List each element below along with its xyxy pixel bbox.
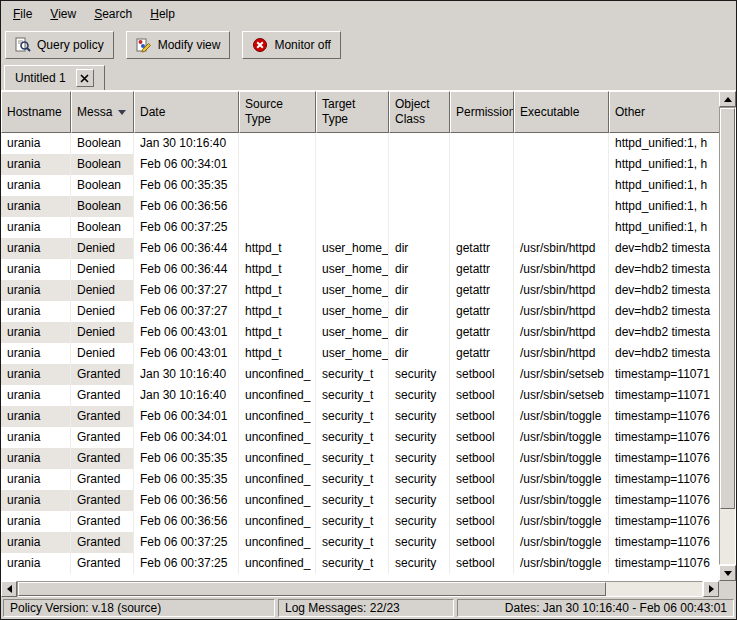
table-cell: Feb 06 00:37:25 — [134, 532, 239, 553]
column-header-label: Executable — [520, 105, 579, 120]
table-row[interactable]: uraniaGrantedFeb 06 00:36:56unconfined_s… — [1, 511, 719, 532]
table-cell: dir — [389, 322, 450, 343]
column-header-source-type[interactable]: Source Type — [239, 91, 316, 133]
table-cell: httpd_t — [239, 259, 316, 280]
table-cell: security — [389, 511, 450, 532]
menu-view[interactable]: View — [41, 3, 85, 25]
table-cell: Denied — [71, 343, 134, 364]
horizontal-scrollbar[interactable] — [1, 581, 719, 597]
table-cell: Granted — [71, 469, 134, 490]
table-cell — [389, 196, 450, 217]
table-header: HostnameMessaDateSource TypeTarget TypeO… — [1, 91, 719, 133]
table-cell: /usr/sbin/httpd — [514, 238, 609, 259]
table-row[interactable]: uraniaBooleanFeb 06 00:35:35httpd_unifie… — [1, 175, 719, 196]
table-cell: urania — [1, 553, 71, 574]
sort-descending-icon — [118, 110, 126, 115]
column-header-date[interactable]: Date — [134, 91, 239, 133]
table-row[interactable]: uraniaBooleanFeb 06 00:36:56httpd_unifie… — [1, 196, 719, 217]
table-cell: /usr/sbin/toggle — [514, 511, 609, 532]
table-row[interactable]: uraniaBooleanFeb 06 00:34:01httpd_unifie… — [1, 154, 719, 175]
menu-file[interactable]: File — [4, 3, 41, 25]
column-header-executable[interactable]: Executable — [514, 91, 609, 133]
monitor-off-button[interactable]: Monitor off — [242, 31, 340, 59]
menu-bar: File View Search Help — [1, 1, 736, 26]
table-row[interactable]: uraniaGrantedFeb 06 00:34:01unconfined_s… — [1, 427, 719, 448]
table-row[interactable]: uraniaDeniedFeb 06 00:37:27httpd_tuser_h… — [1, 301, 719, 322]
table-row[interactable]: uraniaGrantedFeb 06 00:36:56unconfined_s… — [1, 490, 719, 511]
table-row[interactable]: uraniaGrantedFeb 06 00:35:35unconfined_s… — [1, 448, 719, 469]
query-policy-button[interactable]: Query policy — [5, 31, 114, 59]
table-cell: urania — [1, 406, 71, 427]
table-cell: security_t — [316, 553, 389, 574]
table-cell: security — [389, 364, 450, 385]
tab-close-button[interactable] — [76, 69, 94, 87]
table-row[interactable]: uraniaGrantedFeb 06 00:35:35unconfined_s… — [1, 469, 719, 490]
vertical-scrollbar-thumb[interactable] — [720, 108, 735, 509]
table-cell: Feb 06 00:43:01 — [134, 322, 239, 343]
column-header-permission[interactable]: Permission — [450, 91, 514, 133]
table-row[interactable]: uraniaDeniedFeb 06 00:43:01httpd_tuser_h… — [1, 343, 719, 364]
table-cell — [389, 175, 450, 196]
scroll-down-button[interactable] — [719, 565, 736, 581]
table-row[interactable]: uraniaDeniedFeb 06 00:37:27httpd_tuser_h… — [1, 280, 719, 301]
table-row[interactable]: uraniaGrantedFeb 06 00:37:25unconfined_s… — [1, 532, 719, 553]
table-cell: Feb 06 00:35:35 — [134, 175, 239, 196]
table-cell: getattr — [450, 301, 514, 322]
table-cell: urania — [1, 427, 71, 448]
log-messages-status: Log Messages: 22/23 — [278, 599, 454, 617]
table-cell: timestamp=11071 — [609, 385, 719, 406]
scroll-right-button[interactable] — [703, 581, 719, 597]
table-cell: Jan 30 10:16:40 — [134, 364, 239, 385]
table-cell: /usr/sbin/toggle — [514, 427, 609, 448]
monitor-off-icon — [252, 37, 268, 53]
tab-untitled-1[interactable]: Untitled 1 — [4, 65, 105, 90]
table-row[interactable]: uraniaGrantedFeb 06 00:37:25unconfined_s… — [1, 553, 719, 574]
column-header-messa[interactable]: Messa — [71, 91, 134, 133]
column-header-hostname[interactable]: Hostname — [1, 91, 71, 133]
table-row[interactable]: uraniaDeniedFeb 06 00:36:44httpd_tuser_h… — [1, 259, 719, 280]
horizontal-scrollbar-track[interactable] — [17, 581, 703, 597]
table-row[interactable]: uraniaDeniedFeb 06 00:36:44httpd_tuser_h… — [1, 238, 719, 259]
table-cell: dir — [389, 259, 450, 280]
table-cell: dir — [389, 343, 450, 364]
table-row[interactable]: uraniaBooleanJan 30 10:16:40httpd_unifie… — [1, 133, 719, 154]
scroll-up-button[interactable] — [719, 91, 736, 107]
table-row[interactable]: uraniaGrantedJan 30 10:16:40unconfined_s… — [1, 385, 719, 406]
scroll-left-button[interactable] — [1, 581, 17, 597]
vertical-scrollbar[interactable] — [719, 91, 736, 581]
table-cell — [450, 196, 514, 217]
vertical-scrollbar-track[interactable] — [719, 107, 736, 565]
column-header-object-class[interactable]: Object Class — [389, 91, 450, 133]
dates-status: Dates: Jan 30 10:16:40 - Feb 06 00:43:01 — [457, 599, 734, 617]
table-cell — [239, 175, 316, 196]
table-cell: urania — [1, 259, 71, 280]
table-cell: /usr/sbin/setseb — [514, 364, 609, 385]
table-cell: dev=hdb2 timesta — [609, 343, 719, 364]
table-cell: /usr/sbin/httpd — [514, 322, 609, 343]
table-cell: security_t — [316, 532, 389, 553]
horizontal-scrollbar-thumb[interactable] — [18, 582, 606, 596]
table-cell: user_home_ — [316, 343, 389, 364]
table-cell: unconfined_ — [239, 385, 316, 406]
menu-help[interactable]: Help — [141, 3, 184, 25]
table-cell — [389, 154, 450, 175]
table-row[interactable]: uraniaDeniedFeb 06 00:43:01httpd_tuser_h… — [1, 322, 719, 343]
column-header-target-type[interactable]: Target Type — [316, 91, 389, 133]
column-header-other[interactable]: Other — [609, 91, 719, 133]
arrow-down-icon — [724, 571, 732, 576]
table-cell: security_t — [316, 469, 389, 490]
table-row[interactable]: uraniaBooleanFeb 06 00:37:25httpd_unifie… — [1, 217, 719, 238]
table-cell: user_home_ — [316, 238, 389, 259]
column-header-label: Source Type — [245, 97, 310, 127]
table-cell: dev=hdb2 timesta — [609, 322, 719, 343]
table-cell: httpd_unified:1, h — [609, 154, 719, 175]
modify-view-button[interactable]: Modify view — [126, 31, 231, 59]
menu-search[interactable]: Search — [85, 3, 141, 25]
table-cell: Jan 30 10:16:40 — [134, 133, 239, 154]
table-row[interactable]: uraniaGrantedFeb 06 00:34:01unconfined_s… — [1, 406, 719, 427]
column-header-label: Object Class — [395, 97, 444, 127]
table-cell: Granted — [71, 511, 134, 532]
table-cell: user_home_ — [316, 301, 389, 322]
seaudit-window: File View Search Help Query policy — [0, 0, 737, 620]
table-row[interactable]: uraniaGrantedJan 30 10:16:40unconfined_s… — [1, 364, 719, 385]
